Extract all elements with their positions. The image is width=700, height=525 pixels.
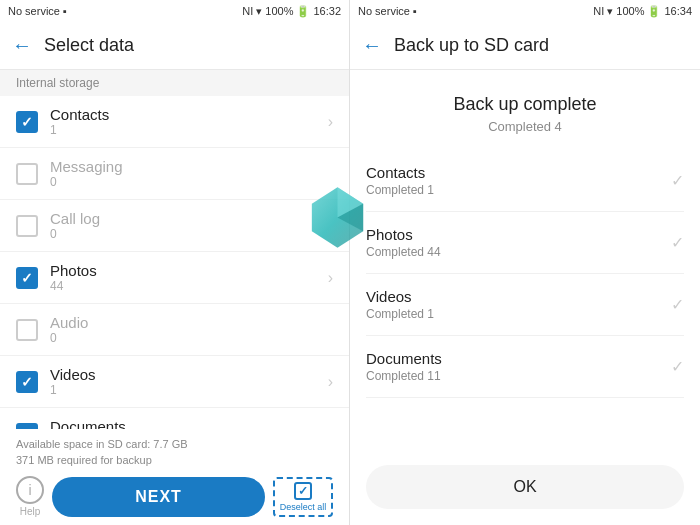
list-item-messaging[interactable]: Messaging 0 [0,148,349,200]
deselect-checkbox-icon [294,482,312,500]
calllog-checkbox[interactable] [16,215,38,237]
photos-name: Photos [50,262,328,279]
backup-photos-check-icon: ✓ [671,233,684,252]
backup-documents-status: Completed 11 [366,369,671,383]
right-battery-icon: 🔋 [647,5,661,18]
help-label: Help [20,506,41,517]
footer-buttons: i Help NEXT Deselect all [16,476,333,517]
backup-complete-section: Back up complete Completed 4 [350,70,700,150]
backup-videos-status: Completed 1 [366,307,671,321]
videos-name: Videos [50,366,328,383]
left-signal-icon: NI [242,5,253,17]
audio-name: Audio [50,314,333,331]
gem-decoration [310,185,365,250]
audio-count: 0 [50,331,333,345]
videos-arrow-icon: › [328,373,333,391]
calllog-count: 0 [50,227,333,241]
backup-contacts-status: Completed 1 [366,183,671,197]
documents-checkbox[interactable] [16,423,38,430]
left-page-title: Select data [44,35,134,56]
backup-photos-name: Photos [366,226,671,243]
help-icon: i [16,476,44,504]
right-status-right: NI ▾ 100% 🔋 16:34 [593,5,692,18]
videos-count: 1 [50,383,328,397]
messaging-count: 0 [50,175,333,189]
right-no-service-text: No service [358,5,410,17]
deselect-all-button[interactable]: Deselect all [273,477,333,517]
photos-checkbox[interactable] [16,267,38,289]
data-selection-list: Contacts 1 › Messaging 0 Call log 0 Ph [0,96,349,429]
list-item-documents[interactable]: Documents 1 › [0,408,349,429]
backup-documents-check-icon: ✓ [671,357,684,376]
left-header: ← Select data [0,22,349,70]
right-battery-text: 100% [616,5,644,17]
backup-complete-subtitle: Completed 4 [366,119,684,134]
left-sim-icon: ▪ [63,5,67,17]
photos-count: 44 [50,279,328,293]
help-button[interactable]: i Help [16,476,44,517]
contacts-arrow-icon: › [328,113,333,131]
list-item-photos[interactable]: Photos 44 › [0,252,349,304]
documents-name: Documents [50,418,328,429]
backup-documents-name: Documents [366,350,671,367]
photos-arrow-icon: › [328,269,333,287]
backup-contacts-name: Contacts [366,164,671,181]
left-time: 16:32 [313,5,341,17]
right-header: ← Back up to SD card [350,22,700,70]
storage-line2: 371 MB required for backup [16,454,152,466]
list-item-contacts[interactable]: Contacts 1 › [0,96,349,148]
left-status-right: NI ▾ 100% 🔋 16:32 [242,5,341,18]
audio-checkbox[interactable] [16,319,38,341]
backup-videos-name: Videos [366,288,671,305]
storage-info: Available space in SD card: 7.7 GB 371 M… [16,437,333,468]
list-item-audio[interactable]: Audio 0 [0,304,349,356]
list-item-videos[interactable]: Videos 1 › [0,356,349,408]
right-sim-icon: ▪ [413,5,417,17]
right-signal-icon: NI [593,5,604,17]
footer-area: Available space in SD card: 7.7 GB 371 M… [0,429,349,525]
right-status-left: No service ▪ [358,5,417,17]
left-battery-text: 100% [265,5,293,17]
backup-photos-status: Completed 44 [366,245,671,259]
right-panel: No service ▪ NI ▾ 100% 🔋 16:34 ← Back up… [350,0,700,525]
left-wifi-icon: ▾ [256,5,262,18]
backup-items-list: Contacts Completed 1 ✓ Photos Completed … [350,150,700,453]
next-button[interactable]: NEXT [52,477,265,517]
left-no-service-text: No service [8,5,60,17]
left-status-bar: No service ▪ NI ▾ 100% 🔋 16:32 [0,0,349,22]
backup-item-videos: Videos Completed 1 ✓ [366,274,684,336]
videos-checkbox[interactable] [16,371,38,393]
internal-storage-label: Internal storage [0,70,349,96]
contacts-name: Contacts [50,106,328,123]
right-status-bar: No service ▪ NI ▾ 100% 🔋 16:34 [350,0,700,22]
backup-contacts-check-icon: ✓ [671,171,684,190]
list-item-calllog[interactable]: Call log 0 [0,200,349,252]
messaging-name: Messaging [50,158,333,175]
contacts-count: 1 [50,123,328,137]
backup-videos-check-icon: ✓ [671,295,684,314]
backup-complete-title: Back up complete [366,94,684,115]
left-back-button[interactable]: ← [12,34,32,57]
ok-button[interactable]: OK [366,465,684,509]
messaging-checkbox[interactable] [16,163,38,185]
right-wifi-icon: ▾ [607,5,613,18]
backup-item-contacts: Contacts Completed 1 ✓ [366,150,684,212]
right-time: 16:34 [664,5,692,17]
backup-item-documents: Documents Completed 11 ✓ [366,336,684,398]
right-back-button[interactable]: ← [362,34,382,57]
right-page-title: Back up to SD card [394,35,549,56]
left-status-left: No service ▪ [8,5,67,17]
contacts-checkbox[interactable] [16,111,38,133]
deselect-label: Deselect all [280,502,327,512]
left-battery-icon: 🔋 [296,5,310,18]
backup-item-photos: Photos Completed 44 ✓ [366,212,684,274]
left-panel: No service ▪ NI ▾ 100% 🔋 16:32 ← Select … [0,0,350,525]
storage-line1: Available space in SD card: 7.7 GB [16,438,188,450]
ok-button-area: OK [350,453,700,525]
calllog-name: Call log [50,210,333,227]
